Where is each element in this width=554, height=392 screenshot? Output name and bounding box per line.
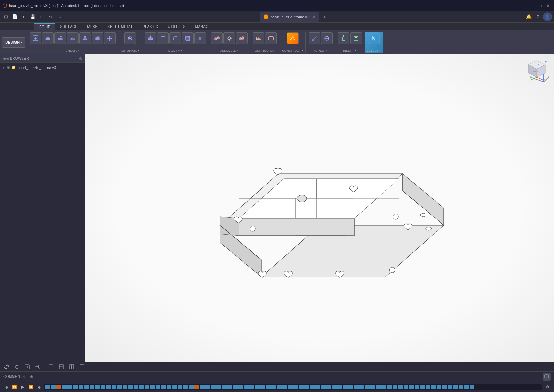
timeline-item[interactable]: [343, 385, 348, 389]
timeline-item[interactable]: [376, 385, 381, 389]
timeline-item[interactable]: [359, 385, 364, 389]
view-mode-button[interactable]: [68, 363, 75, 371]
view-cube[interactable]: Z TOP BACK X: [523, 58, 551, 85]
timeline-item[interactable]: [459, 385, 463, 389]
timeline-item[interactable]: [90, 385, 94, 389]
timeline-item[interactable]: [233, 385, 238, 389]
timeline-item[interactable]: [95, 385, 100, 389]
modify-dropdown-arrow[interactable]: ▾: [181, 49, 182, 52]
section-button[interactable]: [321, 32, 333, 44]
timeline-play-button[interactable]: ▶: [19, 384, 26, 391]
tab-close-icon[interactable]: ✕: [313, 15, 315, 19]
timeline-item[interactable]: [315, 385, 320, 389]
timeline-item[interactable]: [194, 385, 199, 389]
joint-button[interactable]: [211, 32, 223, 44]
timeline-item[interactable]: [156, 385, 160, 389]
design-mode-button[interactable]: DESIGN ▾: [2, 37, 25, 48]
tab-sheet-metal[interactable]: SHEET METAL: [103, 23, 138, 30]
timeline-item[interactable]: [442, 385, 447, 389]
timeline-item[interactable]: [464, 385, 469, 389]
draft-button[interactable]: [194, 32, 206, 44]
insert-svg-button[interactable]: [350, 32, 362, 44]
timeline-item[interactable]: [216, 385, 221, 389]
help-icon[interactable]: ?: [534, 13, 542, 21]
timeline-item[interactable]: [205, 385, 210, 389]
timeline-item[interactable]: [332, 385, 337, 389]
timeline-item[interactable]: [161, 385, 166, 389]
redo-button[interactable]: ↪: [47, 13, 54, 21]
rigid-group-button[interactable]: [236, 32, 248, 44]
extrude-button[interactable]: [42, 32, 54, 44]
timeline-item[interactable]: [387, 385, 392, 389]
new-file-button[interactable]: 📄: [11, 13, 19, 21]
timeline-item[interactable]: [409, 385, 414, 389]
timeline-item[interactable]: [178, 385, 182, 389]
tab-surface[interactable]: SURFACE: [55, 23, 83, 30]
timeline-item[interactable]: [348, 385, 353, 389]
timeline-item[interactable]: [310, 385, 315, 389]
shell-button[interactable]: [182, 32, 194, 44]
new-tab-button[interactable]: +: [321, 13, 328, 21]
timeline-item[interactable]: [426, 385, 430, 389]
tab-plastic[interactable]: PLASTIC: [138, 23, 163, 30]
timeline-item[interactable]: [45, 385, 50, 389]
timeline-item[interactable]: [277, 385, 282, 389]
timeline-item[interactable]: [453, 385, 458, 389]
timeline-item[interactable]: [51, 385, 56, 389]
timeline-item[interactable]: [123, 385, 127, 389]
timeline-item[interactable]: [266, 385, 271, 389]
fillet-button[interactable]: [157, 32, 169, 44]
timeline-item[interactable]: [293, 385, 298, 389]
select-dropdown-arrow[interactable]: ▾: [379, 49, 381, 52]
timeline-item[interactable]: [299, 385, 304, 389]
timeline-settings-button[interactable]: ⚙: [544, 384, 551, 391]
timeline-end-button[interactable]: ⏭: [36, 384, 43, 391]
timeline-item[interactable]: [431, 385, 436, 389]
timeline-item[interactable]: [211, 385, 216, 389]
browser-item-visibility-icon[interactable]: ◉: [7, 65, 10, 70]
plane-at-angle-button[interactable]: [287, 32, 299, 44]
automate-button[interactable]: [124, 32, 136, 44]
timeline-item[interactable]: [117, 385, 122, 389]
minimize-button[interactable]: ─: [530, 2, 536, 9]
orbit-tool-button[interactable]: [3, 363, 10, 371]
browser-settings-icon[interactable]: ⊕: [79, 56, 83, 61]
timeline-item[interactable]: [271, 385, 276, 389]
timeline-item[interactable]: [79, 385, 83, 389]
select-button[interactable]: [368, 32, 380, 44]
timeline-item[interactable]: [415, 385, 419, 389]
automate-dropdown-arrow[interactable]: ▾: [138, 49, 140, 52]
timeline-item[interactable]: [326, 385, 331, 389]
timeline-item[interactable]: [84, 385, 89, 389]
timeline-rewind-button[interactable]: ⏮: [3, 384, 10, 391]
timeline-item[interactable]: [255, 385, 260, 389]
timeline-next-button[interactable]: ⏩: [28, 384, 34, 391]
timeline-item[interactable]: [106, 385, 111, 389]
timeline-item[interactable]: [244, 385, 249, 389]
timeline-item[interactable]: [393, 385, 397, 389]
timeline-item[interactable]: [222, 385, 227, 389]
box-button[interactable]: [92, 32, 103, 44]
timeline-item[interactable]: [200, 385, 205, 389]
insert-dropdown-arrow[interactable]: ▾: [355, 49, 356, 52]
tab-utilities[interactable]: UTILITIES: [163, 23, 190, 30]
timeline-item[interactable]: [167, 385, 171, 389]
construct-dropdown-arrow[interactable]: ▾: [302, 49, 303, 52]
timeline-item[interactable]: [404, 385, 408, 389]
timeline-item[interactable]: [398, 385, 403, 389]
pan-tool-button[interactable]: [13, 363, 21, 371]
configure-dropdown-arrow[interactable]: ▾: [273, 49, 275, 52]
timeline-item[interactable]: [56, 385, 61, 389]
timeline-item[interactable]: [470, 385, 474, 389]
timeline-item[interactable]: [437, 385, 441, 389]
display-mode-button[interactable]: [47, 363, 55, 371]
timeline-item[interactable]: [67, 385, 72, 389]
timeline-item[interactable]: [420, 385, 425, 389]
open-file-button[interactable]: ▾: [20, 13, 28, 21]
timeline-item[interactable]: [370, 385, 375, 389]
timeline-item[interactable]: [139, 385, 144, 389]
timeline-item[interactable]: [128, 385, 133, 389]
timeline-prev-button[interactable]: ⏪: [11, 384, 18, 391]
notifications-icon[interactable]: 🔔: [525, 13, 533, 21]
timeline-item[interactable]: [249, 385, 254, 389]
